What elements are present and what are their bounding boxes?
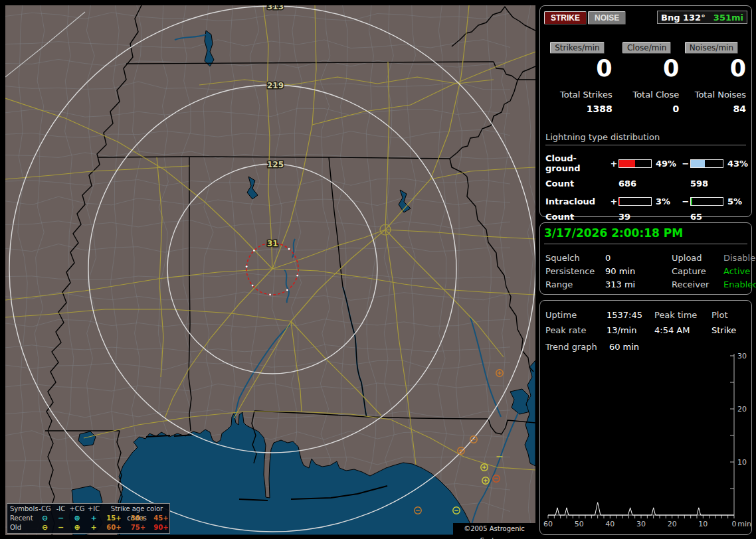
svg-text:20: 20 [737,405,747,414]
cloud-ground-label: Cloud-ground [545,153,609,173]
svg-text:10: 10 [737,458,747,467]
age-90: 90+ [150,523,172,532]
svg-text:30: 30 [737,352,747,360]
capture-label: Capture [672,266,723,276]
total-strikes-value: 1388 [545,104,613,114]
app-window: { "map": { "colors": { "land": "#6a5f5c"… [0,0,756,539]
age-15: 15+ [102,514,126,523]
svg-text:60: 60 [543,520,553,528]
upload-label: Upload [672,253,723,263]
total-noises-value: 84 [679,104,746,114]
ic-minus-percent: 5% [723,196,746,206]
age-30: 30+ [126,514,150,523]
age-75: 75+ [126,523,150,532]
count-label: Count [545,212,609,222]
svg-text:31: 31 [267,239,278,248]
total-noises-label: Total Noises [679,90,746,100]
age-60: 60+ [102,523,126,532]
bearing-distance: 351mi [713,11,743,23]
receiver-status: Enabled [723,279,756,289]
peak-time-label: Peak time [654,310,711,320]
peak-rate-value: 13/min [607,325,654,335]
legend-old-label: Old [10,523,37,532]
uptime-panel: Uptime 1537:45 Peak time Plot Peak rate … [539,300,752,535]
close-per-min-value: 0 [613,56,680,81]
ic-minus-recent-icon: − [53,514,68,523]
cg-minus-old-icon: ⊖ [37,523,53,532]
squelch-label: Squelch [545,253,605,263]
svg-text:125: 125 [267,160,284,169]
counters-panel: STRIKE NOISE Bng 132° 351mi Strikes/min … [539,5,752,217]
total-close-value: 0 [613,104,680,114]
bearing-readout: Bng 132° 351mi [657,11,747,24]
lightning-distribution: Lightning type distribution Cloud-ground… [545,132,746,222]
count-label: Count [545,179,609,189]
squelch-value: 0 [605,253,672,263]
svg-text:min: min [737,520,751,528]
close-column: Close/min 0 Total Close 0 [613,40,680,114]
ic-plus-bar [618,197,652,206]
ic-plus-recent-icon: + [86,514,102,523]
legend-recent-label: Recent [10,514,37,523]
receiver-settings: Squelch 0 Upload Disabled Persistence 90… [545,251,746,291]
cg-minus-recent-icon: ⊖ [37,514,53,523]
cg-minus-count: 598 [690,179,723,189]
strikes-per-min-value: 0 [545,56,613,81]
plot-label: Plot [711,310,746,320]
plus-sign: + [609,196,618,206]
noises-per-min-value: 0 [679,56,746,81]
strikes-column: Strikes/min 0 Total Strikes 1388 [545,40,613,114]
noise-mode-button[interactable]: NOISE [588,11,626,25]
cg-plus-bar [618,159,652,168]
map-canvas: 31321912531 [5,5,535,535]
svg-text:0: 0 [732,520,737,528]
noises-column: Noises/min 0 Total Noises 84 [679,40,746,114]
trend-graph-label: Trend graph [545,342,597,352]
svg-text:50: 50 [575,520,584,528]
minus-sign: − [681,196,690,206]
close-per-min-label: Close/min [622,42,671,54]
status-panel: 3/17/2026 2:00:18 PM Squelch 0 Upload Di… [539,222,752,295]
strike-mode-button[interactable]: STRIKE [544,11,587,25]
uptime-stats: Uptime 1537:45 Peak time Plot Peak rate … [545,307,746,338]
ic-minus-count: 65 [690,212,723,222]
range-label: Range [545,279,605,289]
svg-text:40: 40 [605,520,614,528]
cg-minus-bar [690,159,723,168]
peak-rate-label: Peak rate [545,325,607,335]
copyright-notice: ©2005 Astrogenic Systems [453,523,535,535]
ic-plus-percent: 3% [652,196,681,206]
total-close-label: Total Close [613,90,680,100]
cg-plus-recent-icon: ⊕ [68,514,86,523]
cg-plus-old-icon: ⊕ [68,523,86,532]
intracloud-row: Intracloud + 3% − 5% [545,196,746,206]
ic-plus-count: 39 [618,212,652,222]
ic-plus-old-icon: + [86,523,102,532]
intracloud-label: Intracloud [545,196,609,206]
plot-value: Strike [711,325,746,335]
lightning-map[interactable]: 31321912531 Symbols -CG -IC +CG +IC Stri… [5,5,535,535]
svg-text:20: 20 [668,520,677,528]
cg-plus-percent: 49% [652,159,681,169]
persistence-value: 90 min [605,266,672,276]
receiver-label: Receiver [672,279,723,289]
peak-time-value: 4:54 AM [654,325,711,335]
plus-sign: + [609,159,618,169]
upload-status: Disabled [723,253,756,263]
age-45: 45+ [150,514,172,523]
capture-status: Active [723,266,756,276]
bearing-label: Bng 132° [661,11,706,23]
svg-text:313: 313 [267,5,284,11]
persistence-label: Persistence [545,266,605,276]
minus-sign: − [681,159,690,169]
cg-plus-count: 686 [618,179,652,189]
svg-text:10: 10 [698,520,708,528]
datetime-display: 3/17/2026 2:00:18 PM [544,226,747,244]
strike-legend: Symbols -CG -IC +CG +IC Strike age color… [7,503,170,534]
uptime-label: Uptime [545,310,607,320]
trend-window-value: 60 min [609,342,639,352]
svg-text:30: 30 [636,520,646,528]
strikes-per-min-label: Strikes/min [550,42,604,54]
ic-minus-old-icon: − [53,523,68,532]
svg-text:219: 219 [267,81,284,90]
